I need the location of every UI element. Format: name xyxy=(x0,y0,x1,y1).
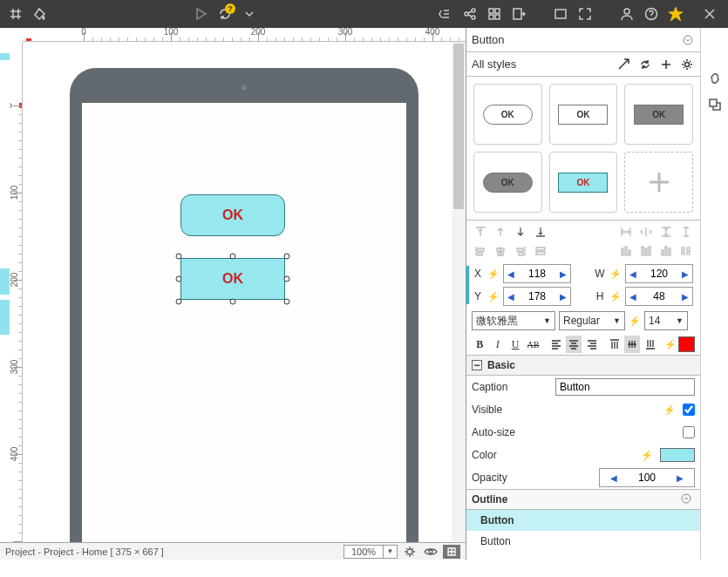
selection-box[interactable] xyxy=(179,256,287,302)
spinner-inc[interactable]: ▶ xyxy=(673,473,687,483)
valign-middle-icon[interactable] xyxy=(624,336,640,353)
align-bottom-icon[interactable] xyxy=(532,224,549,240)
section-toggle-icon[interactable]: − xyxy=(472,360,482,370)
align-left-icon[interactable] xyxy=(472,243,489,259)
style-thumb-4[interactable]: OK xyxy=(473,152,542,213)
export-icon[interactable] xyxy=(435,3,456,24)
grid-icon[interactable] xyxy=(5,3,26,24)
x-input[interactable] xyxy=(518,268,556,280)
opacity-input[interactable] xyxy=(621,472,673,484)
sync-button[interactable]: ? xyxy=(214,3,235,24)
fullscreen-icon[interactable] xyxy=(575,3,595,24)
distribute-v-icon[interactable] xyxy=(657,224,675,240)
selection-handle[interactable] xyxy=(284,299,290,305)
strike-button[interactable]: AB xyxy=(525,336,541,353)
dist-bars-1-icon[interactable] xyxy=(617,243,635,259)
spinner-dec[interactable]: ◀ xyxy=(626,292,640,302)
zoom-value[interactable]: 100% xyxy=(344,545,384,559)
h-input[interactable] xyxy=(640,290,678,302)
selection-handle[interactable] xyxy=(176,299,182,305)
outline-item[interactable]: Button xyxy=(466,531,700,552)
distribute-center-icon[interactable] xyxy=(637,224,655,240)
device-screen[interactable]: OK OK xyxy=(82,103,406,560)
dist-bars-4-icon[interactable] xyxy=(677,243,695,259)
align-center-h-icon[interactable] xyxy=(492,243,509,259)
prop-caption-input[interactable] xyxy=(555,378,695,396)
play-button[interactable] xyxy=(190,3,211,24)
selection-handle[interactable] xyxy=(176,254,182,260)
style-add-button[interactable] xyxy=(624,152,693,213)
y-input[interactable] xyxy=(518,290,556,302)
style-thumb-3[interactable]: OK xyxy=(624,84,693,145)
section-basic-header[interactable]: − Basic xyxy=(466,355,700,376)
align-left-text-icon[interactable] xyxy=(548,336,563,353)
paint-bucket-icon[interactable] xyxy=(30,3,51,24)
x-spinner[interactable]: ◀▶ xyxy=(503,264,571,283)
h-spinner[interactable]: ◀▶ xyxy=(625,287,693,306)
valign-top-icon[interactable] xyxy=(606,336,622,353)
spinner-dec[interactable]: ◀ xyxy=(626,269,640,279)
detach-icon[interactable] xyxy=(704,94,725,115)
font-weight-select[interactable]: Regular▼ xyxy=(559,311,625,330)
visibility-icon[interactable] xyxy=(422,545,439,559)
prop-color-swatch[interactable] xyxy=(660,448,695,462)
text-cursor-icon[interactable] xyxy=(677,224,695,240)
selection-handle[interactable] xyxy=(230,299,236,305)
ruler-horizontal[interactable]: /*generated below statically*/ 0 100 200… xyxy=(23,28,466,42)
arrow-up-icon[interactable] xyxy=(492,224,509,240)
apps-icon[interactable] xyxy=(484,3,505,24)
prop-autosize-checkbox[interactable] xyxy=(683,426,695,438)
underline-button[interactable]: U xyxy=(507,336,523,353)
valign-bottom-icon[interactable] xyxy=(642,336,657,353)
arrow-down-icon[interactable] xyxy=(512,224,529,240)
styles-settings-icon[interactable] xyxy=(679,57,695,72)
close-button[interactable] xyxy=(697,0,723,28)
section-outline-header[interactable]: Outline xyxy=(466,489,700,510)
canvas-viewport[interactable]: OK OK xyxy=(23,42,452,560)
favorite-icon[interactable] xyxy=(665,3,686,24)
prop-visible-checkbox[interactable] xyxy=(683,404,695,416)
align-stack-icon[interactable] xyxy=(532,243,549,259)
spinner-dec[interactable]: ◀ xyxy=(504,292,518,302)
spinner-inc[interactable]: ▶ xyxy=(556,292,570,302)
share-icon[interactable] xyxy=(459,3,480,24)
styles-filter-icon[interactable] xyxy=(616,57,632,72)
user-icon[interactable] xyxy=(616,3,637,24)
style-thumb-5[interactable]: OK xyxy=(549,152,618,213)
italic-button[interactable]: I xyxy=(489,336,505,353)
scrollbar-thumb[interactable] xyxy=(453,44,464,209)
bold-button[interactable]: B xyxy=(472,336,487,353)
dist-bars-3-icon[interactable] xyxy=(657,243,675,259)
toolbar-dropdown[interactable] xyxy=(239,3,260,24)
w-input[interactable] xyxy=(640,268,678,280)
selection-handle[interactable] xyxy=(176,276,182,282)
dist-bars-2-icon[interactable] xyxy=(637,243,655,259)
mock-button-1[interactable]: OK xyxy=(180,194,285,236)
outline-item-selected[interactable]: Button xyxy=(466,510,700,531)
help-icon[interactable] xyxy=(641,3,662,24)
outline-collapse-button[interactable] xyxy=(681,493,695,506)
align-right-icon[interactable] xyxy=(512,243,529,259)
brightness-icon[interactable] xyxy=(401,545,418,559)
link-icon[interactable] xyxy=(704,68,725,89)
spinner-inc[interactable]: ▶ xyxy=(678,269,692,279)
selection-handle[interactable] xyxy=(284,254,290,260)
distribute-h-icon[interactable] xyxy=(617,224,635,240)
style-thumb-1[interactable]: OK xyxy=(473,84,542,145)
y-spinner[interactable]: ◀▶ xyxy=(503,287,571,306)
w-spinner[interactable]: ◀▶ xyxy=(625,264,693,283)
align-right-text-icon[interactable] xyxy=(583,336,599,353)
styles-refresh-icon[interactable] xyxy=(637,57,653,72)
spinner-inc[interactable]: ▶ xyxy=(678,292,692,302)
zoom-dropdown[interactable]: ▼ xyxy=(384,545,398,559)
font-size-select[interactable]: 14▼ xyxy=(644,311,688,330)
align-center-text-icon[interactable] xyxy=(566,336,582,353)
ruler-vertical[interactable]: 0 100 200 300 400 xyxy=(10,42,23,560)
font-family-select[interactable]: 微软雅黑▼ xyxy=(472,311,555,330)
opacity-spinner[interactable]: ◀▶ xyxy=(599,468,695,487)
styles-add-icon[interactable] xyxy=(658,57,674,72)
panel-collapse-button[interactable] xyxy=(681,33,695,47)
snap-icon[interactable] xyxy=(443,545,460,559)
rectangle-icon[interactable] xyxy=(550,3,571,24)
exit-icon[interactable] xyxy=(508,3,529,24)
